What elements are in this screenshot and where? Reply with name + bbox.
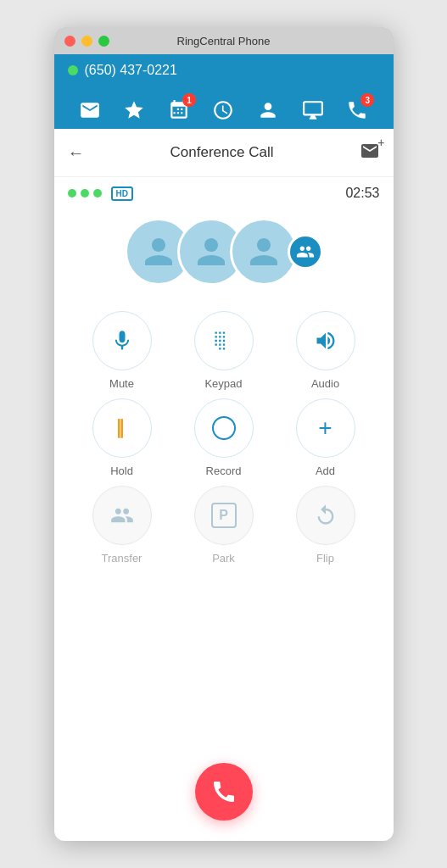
add-circle: + — [296, 398, 355, 458]
audio-label: Audio — [311, 377, 339, 390]
controls-row-3: Transfer P Park Flip — [71, 486, 377, 565]
avatars-section — [54, 209, 394, 311]
end-call-icon — [210, 778, 237, 805]
transfer-circle — [92, 486, 152, 545]
close-button[interactable] — [64, 36, 75, 47]
keypad-icon — [212, 329, 236, 353]
record-button[interactable]: Record — [186, 398, 262, 477]
status-row: HD 02:53 — [54, 177, 394, 209]
nav-phone[interactable]: 3 — [338, 92, 376, 129]
participants-icon — [296, 242, 315, 261]
flip-circle — [296, 486, 355, 545]
nav-meetings[interactable] — [294, 92, 332, 129]
title-bar: RingCentral Phone — [54, 27, 394, 54]
nav-contacts[interactable] — [249, 92, 287, 129]
end-call-row — [54, 749, 394, 841]
controls-row-1: Mute Keypad Audio — [71, 311, 377, 390]
audio-circle — [296, 311, 355, 370]
window-title: RingCentral Phone — [177, 35, 271, 47]
participant-avatars — [125, 218, 323, 286]
controls-row-2: ∥ Hold Record + Add — [71, 398, 377, 477]
window-controls — [64, 36, 109, 47]
star-icon — [123, 99, 145, 121]
dot-1 — [68, 189, 76, 198]
nav-mail[interactable] — [71, 92, 109, 129]
connection-status: HD — [68, 186, 133, 201]
record-label: Record — [206, 465, 242, 477]
top-section: (650) 437-0221 1 — [54, 54, 394, 129]
mute-button[interactable]: Mute — [84, 311, 160, 390]
compose-icon — [360, 141, 380, 161]
dot-2 — [81, 189, 89, 198]
hold-label: Hold — [110, 465, 133, 477]
park-icon: P — [211, 503, 237, 528]
call-timer: 02:53 — [345, 186, 379, 201]
transfer-button[interactable]: Transfer — [84, 486, 160, 565]
keypad-circle — [194, 311, 254, 370]
hd-badge: HD — [111, 186, 133, 201]
park-label: Park — [212, 552, 235, 565]
record-icon — [212, 416, 236, 440]
flip-label: Flip — [316, 552, 334, 565]
controls-section: Mute Keypad Audio ∥ — [54, 311, 394, 749]
maximize-button[interactable] — [98, 36, 109, 47]
hold-icon: ∥ — [115, 417, 128, 439]
hold-button[interactable]: ∥ Hold — [84, 398, 160, 477]
avatar-3-icon — [243, 231, 284, 272]
park-button[interactable]: P Park — [186, 486, 262, 565]
add-label: Add — [316, 465, 335, 477]
end-call-button[interactable] — [195, 763, 253, 821]
phone-number: (650) 437-0221 — [85, 63, 177, 78]
monitor-icon — [302, 99, 324, 121]
keypad-label: Keypad — [204, 377, 242, 390]
mute-icon — [110, 329, 134, 353]
nav-calendar[interactable]: 1 — [160, 92, 198, 129]
avatar-extra[interactable] — [288, 234, 323, 270]
mute-label: Mute — [109, 377, 134, 390]
clock-icon — [212, 99, 234, 121]
avatar-1-icon — [138, 231, 179, 272]
conference-title: Conference Call — [170, 144, 274, 161]
flip-button[interactable]: Flip — [288, 486, 364, 565]
audio-button[interactable]: Audio — [288, 311, 364, 390]
record-circle — [194, 398, 254, 458]
phone-window: RingCentral Phone (650) 437-0221 1 — [54, 27, 394, 841]
keypad-button[interactable]: Keypad — [186, 311, 262, 390]
transfer-label: Transfer — [102, 552, 142, 565]
phone-badge: 3 — [360, 93, 374, 107]
calendar-badge: 1 — [182, 93, 196, 107]
nav-favorites[interactable] — [115, 92, 153, 129]
dot-3 — [93, 189, 102, 198]
park-circle: P — [194, 486, 254, 545]
status-indicator — [68, 65, 78, 75]
avatar-2-icon — [191, 231, 232, 272]
contacts-icon — [257, 99, 279, 121]
audio-icon — [314, 329, 338, 353]
mute-circle — [92, 311, 152, 370]
nav-history[interactable] — [204, 92, 242, 129]
mail-icon — [79, 99, 101, 121]
add-icon: + — [318, 416, 332, 440]
phone-number-row: (650) 437-0221 — [68, 63, 380, 86]
compose-button[interactable]: + — [360, 141, 380, 164]
transfer-icon — [110, 504, 134, 527]
back-button[interactable]: ← — [68, 143, 85, 163]
minimize-button[interactable] — [81, 36, 92, 47]
flip-icon — [314, 504, 338, 527]
hold-circle: ∥ — [92, 398, 152, 458]
add-button[interactable]: + Add — [288, 398, 364, 477]
conference-header: ← Conference Call + — [54, 129, 394, 177]
nav-icons-row: 1 3 — [68, 86, 380, 129]
